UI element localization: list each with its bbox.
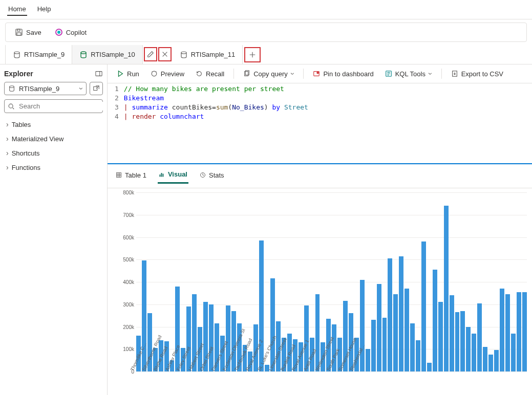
- svg-point-6: [81, 52, 86, 54]
- separator: [233, 69, 234, 79]
- tab-label: RTISample_10: [91, 51, 135, 58]
- tree-label: Shortcuts: [12, 149, 40, 157]
- result-tab-visual[interactable]: Visual: [158, 168, 188, 184]
- tree-materialized-view[interactable]: Materialized View: [4, 131, 103, 146]
- search-icon: [8, 102, 15, 111]
- menu-help[interactable]: Help: [36, 3, 52, 16]
- separator: [303, 69, 304, 79]
- tree-functions[interactable]: Functions: [4, 160, 103, 174]
- recall-label: Recall: [206, 70, 224, 78]
- y-axis: 0100k200k300k400k500k600k700k800k: [115, 192, 136, 371]
- gutter: 1 2 3 4: [108, 84, 124, 162]
- menu-home[interactable]: Home: [7, 3, 27, 16]
- chevron-right-icon: [6, 135, 9, 143]
- code-token: |: [124, 103, 128, 111]
- recall-button[interactable]: Recall: [191, 68, 228, 80]
- tab-rtisample-9[interactable]: RTISample_9: [5, 45, 72, 64]
- tab-rtisample-10[interactable]: RTISample_10: [72, 45, 142, 64]
- save-button[interactable]: Save: [11, 26, 46, 38]
- copy-label: Copy query: [253, 70, 287, 78]
- search-input[interactable]: [18, 102, 106, 111]
- tree-tables[interactable]: Tables: [4, 117, 103, 131]
- tree-label: Materialized View: [12, 135, 64, 143]
- rtab-label: Visual: [168, 170, 187, 178]
- pin-label: Pin to dashboard: [323, 70, 373, 78]
- database-select[interactable]: RTISample_9: [4, 82, 87, 95]
- y-tick: 200k: [123, 324, 134, 330]
- code-token: |: [124, 113, 128, 120]
- kql-tools-button[interactable]: KQL Tools: [381, 68, 436, 80]
- svg-point-4: [57, 31, 60, 34]
- tree-shortcuts[interactable]: Shortcuts: [4, 146, 103, 160]
- export-csv-button[interactable]: Export to CSV: [447, 68, 507, 80]
- svg-point-11: [9, 104, 13, 108]
- code-token: countBikes: [172, 103, 212, 111]
- pin-dashboard-button[interactable]: Pin to dashboard: [309, 68, 377, 80]
- add-tab-button[interactable]: [244, 47, 261, 62]
- svg-point-12: [152, 71, 157, 76]
- code-token: Street: [284, 103, 308, 111]
- code-token: =: [212, 103, 216, 111]
- close-tab-button[interactable]: [158, 47, 172, 61]
- code-token: No_Bikes: [232, 103, 264, 111]
- kql-label: KQL Tools: [395, 70, 425, 78]
- svg-rect-21: [161, 173, 162, 177]
- svg-point-9: [10, 86, 14, 88]
- x-axis: Thorndike C…Silverthorne RoadBlythe Road…: [129, 370, 532, 395]
- chevron-right-icon: [6, 120, 9, 128]
- open-database-button[interactable]: [90, 82, 103, 95]
- database-icon: [8, 84, 16, 93]
- export-label: Export to CSV: [461, 70, 503, 78]
- code-token: summarize: [132, 103, 167, 111]
- tab-label: RTISample_9: [24, 51, 65, 58]
- separator: [441, 69, 442, 79]
- y-tick: 400k: [123, 279, 134, 285]
- copy-query-button[interactable]: Copy query: [239, 68, 298, 80]
- copilot-button[interactable]: Copilot: [51, 26, 91, 38]
- copilot-label: Copilot: [66, 29, 87, 36]
- svg-rect-19: [117, 173, 121, 178]
- queryset-icon: [79, 51, 88, 59]
- explorer-title: Explorer: [4, 70, 33, 78]
- tab-rtisample-11[interactable]: RTISample_11: [173, 45, 243, 64]
- y-tick: 100k: [123, 346, 134, 352]
- save-label: Save: [26, 29, 41, 36]
- y-tick: 700k: [123, 212, 134, 217]
- chevron-down-icon: [79, 84, 83, 93]
- chevron-right-icon: [6, 163, 9, 171]
- code-editor[interactable]: 1 2 3 4 // How many bikes are present pe…: [108, 83, 532, 164]
- run-label: Run: [127, 70, 139, 78]
- y-tick: 500k: [123, 257, 134, 262]
- svg-point-16: [317, 72, 319, 74]
- svg-rect-22: [162, 173, 163, 177]
- svg-rect-2: [17, 33, 21, 35]
- run-button[interactable]: Run: [113, 68, 143, 80]
- code-token: render: [132, 113, 156, 120]
- queryset-icon: [13, 51, 21, 59]
- collapse-panel-icon[interactable]: [95, 70, 103, 78]
- copilot-icon: [55, 28, 63, 36]
- code-token: ): [264, 103, 268, 111]
- code-token: by: [272, 103, 280, 111]
- rename-tab-button[interactable]: [144, 47, 157, 61]
- chevron-right-icon: [6, 149, 9, 157]
- code-token: (: [228, 103, 232, 111]
- code-token: columnchart: [160, 113, 204, 120]
- code-token: sum: [216, 103, 228, 111]
- preview-button[interactable]: Preview: [146, 68, 188, 80]
- save-icon: [15, 28, 23, 36]
- chevron-down-icon: [291, 70, 294, 78]
- code-body[interactable]: // How many bikes are present per street…: [124, 84, 532, 162]
- svg-rect-20: [159, 174, 160, 177]
- search-input-wrap[interactable]: [4, 99, 103, 113]
- code-line: // How many bikes are present per street: [124, 85, 284, 93]
- y-tick: 300k: [123, 301, 134, 307]
- tree-label: Tables: [12, 121, 31, 128]
- svg-point-7: [181, 52, 186, 54]
- code-line: Bikestream: [124, 94, 164, 102]
- database-name: RTISample_9: [19, 85, 59, 93]
- rtab-label: Stats: [209, 171, 224, 179]
- y-tick: 800k: [123, 190, 134, 195]
- result-tab-table[interactable]: Table 1: [115, 168, 147, 184]
- result-tab-stats[interactable]: Stats: [199, 168, 225, 184]
